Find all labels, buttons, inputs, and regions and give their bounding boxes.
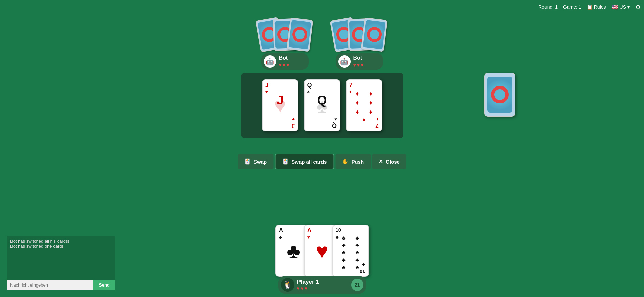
bot-1-heart-2: ♥ <box>283 62 285 68</box>
seven-suit-bottom: ♦ <box>376 117 379 122</box>
chat-send-button[interactable]: Send <box>93 280 115 290</box>
player-name: Player 1 <box>297 279 319 286</box>
close-icon: ✕ <box>379 158 383 165</box>
ten-clubs-suit-bottom: ♣ <box>362 262 365 267</box>
ten-clubs-suit-top: ♣ <box>336 234 339 240</box>
bot-2-container: 🤖 Bot ♥ ♥ ♥ <box>332 19 386 70</box>
table-card-jack-hearts[interactable]: J ♥ ♥ J J ♥ <box>262 79 298 131</box>
game-info: Game: 1 <box>563 4 581 10</box>
bot-2-avatar: 🤖 <box>338 55 351 68</box>
queen-suit-top: ♠ <box>307 89 310 94</box>
player-hearts: ♥ ♥ ♥ <box>297 286 319 291</box>
ace-hearts-rank-top: A <box>307 227 312 233</box>
queen-rank-bottom: Q <box>332 123 337 129</box>
book-icon: 📋 <box>587 4 593 10</box>
bots-area: 🤖 Bot ♥ ♥ ♥ 🤖 <box>258 19 386 70</box>
close-button[interactable]: ✕ Close <box>372 154 406 169</box>
table-card-7-diamonds[interactable]: 7 ♦ ♦ ♦ ♦ ♦ ♦ ♦ ♦ 7 ♦ <box>346 79 382 131</box>
bot-2-heart-2: ♥ <box>357 62 360 68</box>
player-area: A ♣ ♣ A ♣ A ♥ ♥ A ♥ 10 ♣ ♣ ♣ ♣ ♣ ♣ ♣ ♣ ♣… <box>280 225 365 277</box>
rules-button[interactable]: 📋 Rules <box>587 4 606 10</box>
deck-inner <box>487 77 512 113</box>
action-buttons: 🃏 Swap 🃏 Swap all cards ✋ Push ✕ Close <box>238 154 406 169</box>
push-button[interactable]: ✋ Push <box>335 154 371 169</box>
bot-1-container: 🤖 Bot ♥ ♥ ♥ <box>258 19 312 70</box>
chat-input-row: Send <box>7 280 115 290</box>
flag-icon: 🇺🇸 <box>612 4 618 10</box>
bot-1-heart-3: ♥ <box>286 62 289 68</box>
chevron-down-icon: ▾ <box>627 4 630 10</box>
score-badge: 21 <box>351 279 363 291</box>
round-value: 1 <box>555 4 558 10</box>
seven-rank-top: 7 <box>349 82 353 88</box>
settings-button[interactable]: ⚙ <box>635 3 641 11</box>
round-label: Round: <box>538 4 554 10</box>
round-info: Round: 1 <box>538 4 558 10</box>
ten-clubs-rank-bottom: 10 <box>360 269 365 274</box>
ten-clubs-rank-top: 10 <box>336 227 341 232</box>
swap-all-button[interactable]: 🃏 Swap all cards <box>275 154 334 169</box>
table-area: J ♥ ♥ J J ♥ Q ♠ Q ♠ Q ♠ 7 ♦ ♦ ♦ ♦ ♦ ♦ <box>241 73 403 138</box>
jack-rank-top: J <box>265 82 269 88</box>
deck-card[interactable] <box>484 73 515 117</box>
bot-2-cards <box>332 19 386 56</box>
player-card-10-clubs[interactable]: 10 ♣ ♣ ♣ ♣ ♣ ♣ ♣ ♣ ♣ ♣ ♣ 10 ♣ <box>332 225 369 277</box>
bot-2-card-3 <box>361 17 387 52</box>
player-heart-2: ♥ <box>301 286 304 291</box>
table-card-queen-spades[interactable]: Q ♠ Q ♠ Q ♠ <box>304 79 340 131</box>
bot-1-avatar: 🤖 <box>264 55 276 68</box>
table-dark: J ♥ ♥ J J ♥ Q ♠ Q ♠ Q ♠ 7 ♦ ♦ ♦ ♦ ♦ ♦ <box>241 73 403 138</box>
ace-clubs-rank-top: A <box>279 227 283 233</box>
jack-suit-bottom: ♥ <box>292 117 295 122</box>
player-heart-1: ♥ <box>297 286 300 291</box>
queen-rank-top: Q <box>307 82 312 88</box>
chat-message-1: Bot has switched all his cards! <box>10 239 112 244</box>
game-value: 1 <box>579 4 581 10</box>
player-name-bar: 🐧 Player 1 ♥ ♥ ♥ 21 <box>278 276 366 294</box>
swap-all-icon: 🃏 <box>282 158 289 165</box>
ace-clubs-suit-top: ♣ <box>279 234 282 240</box>
seven-suit-top: ♦ <box>349 89 352 94</box>
chat-message-2: Bot has switched one card! <box>10 244 112 249</box>
push-icon: ✋ <box>342 158 349 165</box>
jack-suit-top: ♥ <box>265 89 268 94</box>
player-avatar: 🐧 <box>281 278 294 292</box>
bot-2-heart-1: ♥ <box>353 62 356 68</box>
language-button[interactable]: 🇺🇸 US ▾ <box>612 4 630 10</box>
jack-rank-bottom: J <box>291 123 295 129</box>
bot-1-heart-1: ♥ <box>279 62 282 68</box>
lifebuoy-icon <box>491 86 509 103</box>
seven-rank-bottom: 7 <box>375 123 379 129</box>
game-label: Game: <box>563 4 577 10</box>
topbar: Round: 1 Game: 1 📋 Rules 🇺🇸 US ▾ ⚙ <box>538 3 641 11</box>
ace-hearts-suit-top: ♥ <box>307 234 310 240</box>
bot-1-name: Bot <box>279 55 289 61</box>
chat-input[interactable] <box>7 280 93 290</box>
chat-area: Bot has switched all his cards! Bot has … <box>7 236 115 290</box>
player-heart-3: ♥ <box>305 286 307 291</box>
bot-2-name: Bot <box>353 55 364 61</box>
swap-icon: 🃏 <box>244 158 251 165</box>
swap-button[interactable]: 🃏 Swap <box>238 154 273 169</box>
queen-suit-bottom: ♠ <box>334 117 337 122</box>
bot-1-cards <box>258 19 312 56</box>
chat-messages: Bot has switched all his cards! Bot has … <box>7 236 115 280</box>
bot-1-card-3 <box>286 17 313 52</box>
bot-2-heart-3: ♥ <box>361 62 363 68</box>
